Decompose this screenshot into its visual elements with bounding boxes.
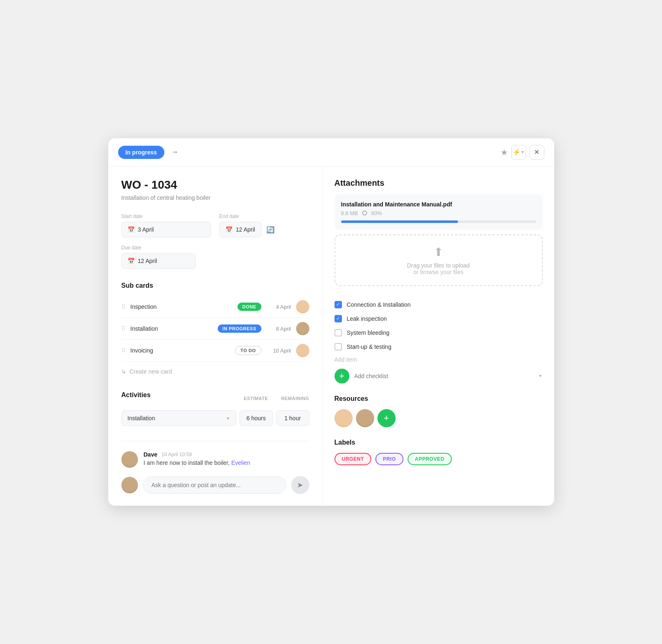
attachments-section: Attachments Installation and Maintenance… bbox=[335, 178, 543, 286]
add-checklist-input[interactable] bbox=[354, 373, 534, 379]
estimate-header: ESTIMATE bbox=[244, 396, 268, 401]
create-card-icon: ↳ bbox=[121, 368, 126, 375]
activity-dropdown[interactable]: Installation ▼ bbox=[121, 410, 236, 426]
sub-card-name: Invoicing bbox=[131, 347, 230, 354]
commenter-avatar bbox=[121, 451, 138, 468]
status-badge: DONE bbox=[237, 303, 261, 311]
current-user-avatar bbox=[121, 477, 138, 493]
end-date-input[interactable]: 📅 12 April bbox=[219, 222, 261, 237]
sub-card-date: 4 April bbox=[266, 304, 291, 310]
send-icon: ➤ bbox=[297, 481, 303, 490]
sub-card-name: Installation bbox=[131, 325, 213, 332]
remaining-header: REMAINING bbox=[281, 396, 309, 401]
status-badge: TO DO bbox=[235, 346, 261, 355]
star-icon: ★ bbox=[501, 148, 508, 157]
due-date-input[interactable]: 📅 12 April bbox=[121, 253, 196, 269]
comment-body: Dave 10 April 10:59 I am here now to ins… bbox=[144, 451, 250, 468]
estimate-labels: ESTIMATE REMAINING bbox=[244, 396, 309, 401]
activities-header: Activities ESTIMATE REMAINING bbox=[121, 391, 309, 405]
work-order-modal: In progress → ★ ⚡ ▼ ✕ WO - 1034 Installa… bbox=[108, 138, 554, 506]
start-date-label: Start date bbox=[121, 213, 211, 219]
attachments-title: Attachments bbox=[335, 178, 543, 188]
checklist-item: ✓ Leak inspection bbox=[335, 312, 543, 326]
resource-avatar-1 bbox=[335, 409, 353, 427]
sub-card-date: 8 April bbox=[266, 326, 291, 332]
activities-title: Activities bbox=[121, 391, 151, 399]
due-date-row: Due date 📅 12 April bbox=[121, 245, 309, 269]
add-resource-button[interactable]: + bbox=[377, 409, 396, 427]
star-button[interactable]: ★ bbox=[501, 147, 508, 157]
resources-avatars: + bbox=[335, 409, 543, 427]
calendar-icon: 📅 bbox=[128, 226, 135, 233]
sub-card-row: ⠿ Inspection DONE 4 April bbox=[121, 296, 309, 318]
checkbox[interactable] bbox=[335, 329, 342, 336]
labels-title: Labels bbox=[335, 439, 543, 446]
checklist-item: System bleeding bbox=[335, 326, 543, 340]
checklist-items: ✓ Connection & Installation ✓ Leak inspe… bbox=[335, 298, 543, 354]
resources-section: Resources + bbox=[335, 395, 543, 427]
add-checklist-button[interactable]: + bbox=[335, 369, 349, 384]
comment-input[interactable] bbox=[143, 476, 286, 494]
resource-avatar-2 bbox=[356, 409, 374, 427]
sub-cards-list: ⠿ Inspection DONE 4 April ⠿ Installation… bbox=[121, 296, 309, 362]
sub-card-date: 10 April bbox=[266, 348, 291, 354]
sub-card-avatar bbox=[296, 344, 309, 357]
checklist-item-label: Leak inspection bbox=[347, 315, 387, 322]
attachment-size: 8.8 MB bbox=[341, 210, 358, 216]
chevron-icon: ▼ bbox=[226, 416, 230, 421]
close-icon: ✕ bbox=[534, 148, 539, 156]
close-button[interactable]: ✕ bbox=[529, 145, 544, 160]
right-panel: Attachments Installation and Maintenance… bbox=[323, 167, 554, 506]
checklist-item-label: Start-up & testing bbox=[347, 343, 392, 350]
label-badge: URGENT bbox=[335, 453, 372, 465]
modal-header: In progress → ★ ⚡ ▼ ✕ bbox=[108, 138, 554, 167]
drag-handle: ⠿ bbox=[121, 325, 126, 332]
activity-row: Installation ▼ 6 hours 1 hour bbox=[121, 410, 309, 426]
comment-input-row: ➤ bbox=[121, 476, 309, 494]
upload-icon: ⬆ bbox=[345, 245, 532, 259]
labels-row: URGENTPRIOAPPROVED bbox=[335, 453, 543, 465]
attachment-meta: 8.8 MB 60% bbox=[341, 210, 536, 216]
sub-cards-title: Sub cards bbox=[121, 282, 309, 289]
activity-name: Installation bbox=[128, 415, 155, 421]
checklist-chevron-icon: ▼ bbox=[539, 374, 543, 378]
checklist-item: ✓ Connection & Installation bbox=[335, 298, 543, 312]
sub-card-row: ⠿ Installation IN PROGRESS 8 April bbox=[121, 318, 309, 340]
send-button[interactable]: ➤ bbox=[291, 476, 309, 494]
checkbox[interactable]: ✓ bbox=[335, 315, 342, 322]
dates-row: Start date 📅 3 April End date 📅 12 April… bbox=[121, 213, 309, 237]
labels-section: Labels URGENTPRIOAPPROVED bbox=[335, 439, 543, 465]
comment-mention: Evelien bbox=[231, 459, 250, 466]
upload-area[interactable]: ⬆ Drag your files to upload or browse yo… bbox=[335, 234, 543, 286]
status-badge: IN PROGRESS bbox=[218, 324, 261, 333]
due-date-value: 12 April bbox=[138, 258, 157, 264]
checkbox[interactable]: ✓ bbox=[335, 301, 342, 308]
create-card-label: Create new card bbox=[130, 368, 172, 375]
comment-author: Dave bbox=[144, 451, 157, 458]
label-badge: APPROVED bbox=[408, 453, 452, 465]
comments-section: Dave 10 April 10:59 I am here now to ins… bbox=[121, 441, 309, 494]
attachment-progress-label: 60% bbox=[371, 210, 382, 216]
end-date-label: End date bbox=[219, 213, 309, 219]
create-new-card-link[interactable]: ↳ Create new card bbox=[121, 367, 309, 376]
stop-icon bbox=[362, 211, 367, 215]
chevron-down-icon: ▼ bbox=[521, 150, 525, 154]
work-order-id: WO - 1034 bbox=[121, 178, 309, 192]
checkbox[interactable] bbox=[335, 343, 342, 350]
estimate-value: 6 hours bbox=[240, 410, 273, 426]
drag-handle: ⠿ bbox=[121, 347, 126, 354]
progress-bar-background bbox=[341, 220, 536, 223]
checkmark: ✓ bbox=[336, 302, 340, 307]
add-item-text[interactable]: Add item bbox=[335, 354, 543, 365]
sub-card-name: Inspection bbox=[131, 303, 233, 310]
start-date-value: 3 April bbox=[138, 226, 154, 233]
next-arrow-button[interactable]: → bbox=[171, 148, 178, 156]
refresh-button[interactable]: 🔄 bbox=[266, 226, 275, 234]
add-checklist-row: + ▼ bbox=[335, 369, 543, 384]
lightning-icon: ⚡ bbox=[513, 148, 521, 156]
start-date-input[interactable]: 📅 3 April bbox=[121, 222, 211, 237]
status-button[interactable]: In progress bbox=[118, 146, 164, 159]
drag-handle: ⠿ bbox=[121, 303, 126, 310]
checkmark: ✓ bbox=[336, 316, 340, 321]
lightning-button[interactable]: ⚡ ▼ bbox=[511, 145, 526, 160]
